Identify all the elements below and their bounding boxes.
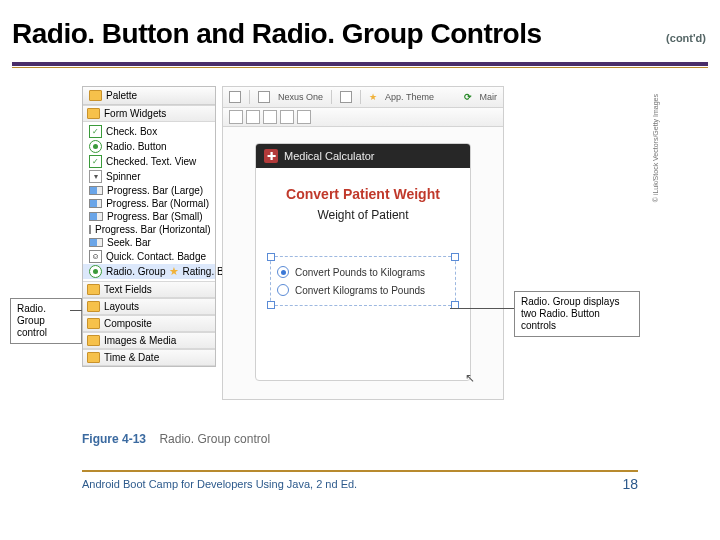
item-label: Checked. Text. View (106, 156, 196, 167)
palette-items: ✓Check. Box Radio. Button ✓Checked. Text… (83, 122, 215, 281)
category-textfields[interactable]: Text Fields (83, 281, 215, 298)
radio-icon (89, 140, 102, 153)
device-icon[interactable] (258, 91, 270, 103)
folder-icon (87, 318, 100, 329)
selection-handle[interactable] (267, 253, 275, 261)
item-label: Progress. Bar (Normal) (106, 198, 209, 209)
layout-toolbar[interactable] (223, 108, 503, 127)
figure-caption-text: Radio. Group control (159, 432, 270, 446)
rule-secondary (12, 67, 708, 68)
palette-item-radiobutton[interactable]: Radio. Button (83, 139, 215, 154)
designer-canvas: Nexus One ★ App. Theme ⟳ Mair ✚ Medical … (222, 86, 504, 400)
palette-item-pb-small[interactable]: Progress. Bar (Small) (83, 210, 215, 223)
rule-primary (12, 62, 708, 66)
mair-label: Mair (480, 92, 498, 102)
callout-right: Radio. Group displays two Radio. Button … (514, 291, 640, 337)
radio-off-icon (277, 284, 289, 296)
palette-item-qcb[interactable]: ☺Quick. Contact. Badge (83, 249, 215, 264)
badge-icon: ☺ (89, 250, 102, 263)
slide-title: Radio. Button and Radio. Group Controls (12, 18, 542, 50)
item-label: Check. Box (106, 126, 157, 137)
progress-icon (89, 212, 103, 221)
palette-item-pb-normal[interactable]: Progress. Bar (Normal) (83, 197, 215, 210)
orient-icon[interactable] (340, 91, 352, 103)
palette-item-pb-horiz[interactable]: Progress. Bar (Horizontal) (83, 223, 215, 236)
category-form-widgets[interactable]: Form Widgets (83, 105, 215, 122)
item-label: Progress. Bar (Small) (107, 211, 203, 222)
theme-name: App. Theme (385, 92, 434, 102)
radiobutton-kg-to-lbs[interactable]: Convert Kilograms to Pounds (277, 281, 449, 299)
category-images[interactable]: Images & Media (83, 332, 215, 349)
cursor-icon: ↖ (465, 371, 475, 385)
image-credit: © iLuk/Stock Vectors/Getty Images (652, 94, 659, 202)
device-config-bar[interactable]: Nexus One ★ App. Theme ⟳ Mair (223, 87, 503, 108)
radiogroup-control[interactable]: Convert Pounds to Kilograms Convert Kilo… (270, 256, 456, 306)
category-label: Time & Date (104, 352, 159, 363)
palette-item-checkbox[interactable]: ✓Check. Box (83, 124, 215, 139)
toolbar-button[interactable] (263, 110, 277, 124)
item-label: Radio. Group (106, 266, 165, 277)
category-composite[interactable]: Composite (83, 315, 215, 332)
category-label: Images & Media (104, 335, 176, 346)
checkedtv-icon: ✓ (89, 155, 102, 168)
category-label: Composite (104, 318, 152, 329)
figure-area: Radio. Group control Palette Form Widget… (82, 86, 638, 426)
toolbar-button[interactable] (280, 110, 294, 124)
item-label: Progress. Bar (Large) (107, 185, 203, 196)
refresh-icon[interactable]: ⟳ (464, 92, 472, 102)
palette-header-label: Palette (106, 90, 137, 101)
palette-item-radiogroup[interactable]: Radio. Group ★Rating. Bar (83, 264, 215, 279)
screen-subheading: Weight of Patient (270, 208, 456, 222)
phone-preview: ✚ Medical Calculator Convert Patient Wei… (255, 143, 471, 381)
phone-actionbar: ✚ Medical Calculator (256, 144, 470, 168)
folder-icon (87, 335, 100, 346)
figure-number: Figure 4-13 (82, 432, 146, 446)
radiobutton-label: Convert Pounds to Kilograms (295, 267, 425, 278)
item-label: Progress. Bar (Horizontal) (95, 224, 211, 235)
folder-icon (87, 108, 100, 119)
palette-item-seekbar[interactable]: Seek. Bar (83, 236, 215, 249)
folder-icon (87, 301, 100, 312)
radiobutton-label: Convert Kilograms to Pounds (295, 285, 425, 296)
screen-heading: Convert Patient Weight (270, 186, 456, 202)
item-label: Quick. Contact. Badge (106, 251, 206, 262)
progress-icon (89, 199, 102, 208)
app-icon: ✚ (264, 149, 278, 163)
figure-caption: Figure 4-13 Radio. Group control (82, 432, 270, 446)
star-icon: ★ (169, 265, 179, 278)
star-icon: ★ (369, 92, 377, 102)
folder-icon (87, 352, 100, 363)
folder-icon (87, 284, 100, 295)
selection-handle[interactable] (451, 253, 459, 261)
palette-item-pb-large[interactable]: Progress. Bar (Large) (83, 184, 215, 197)
toolbar-button[interactable] (297, 110, 311, 124)
palette-panel: Palette Form Widgets ✓Check. Box Radio. … (82, 86, 216, 367)
device-name: Nexus One (278, 92, 323, 102)
toolbar-button[interactable] (229, 110, 243, 124)
folder-icon (89, 90, 102, 101)
contd-label: (cont'd) (666, 32, 706, 44)
category-layouts[interactable]: Layouts (83, 298, 215, 315)
category-label: Layouts (104, 301, 139, 312)
progress-icon (89, 225, 91, 234)
toolbar-button[interactable] (246, 110, 260, 124)
category-time[interactable]: Time & Date (83, 349, 215, 366)
radio-on-icon (277, 266, 289, 278)
footer-text: Android Boot Camp for Developers Using J… (82, 478, 357, 490)
config-icon[interactable] (229, 91, 241, 103)
radiogroup-icon (89, 265, 102, 278)
callout-left: Radio. Group control (10, 298, 82, 344)
radiobutton-lbs-to-kg[interactable]: Convert Pounds to Kilograms (277, 263, 449, 281)
footer-rule (82, 470, 638, 472)
item-label: Spinner (106, 171, 140, 182)
palette-item-spinner[interactable]: ▾Spinner (83, 169, 215, 184)
checkbox-icon: ✓ (89, 125, 102, 138)
seekbar-icon (89, 238, 103, 247)
palette-item-checkedtv[interactable]: ✓Checked. Text. View (83, 154, 215, 169)
category-label: Form Widgets (104, 108, 166, 119)
progress-icon (89, 186, 103, 195)
item-label: Seek. Bar (107, 237, 151, 248)
page-number: 18 (622, 476, 638, 492)
selection-handle[interactable] (267, 301, 275, 309)
palette-header[interactable]: Palette (83, 87, 215, 105)
